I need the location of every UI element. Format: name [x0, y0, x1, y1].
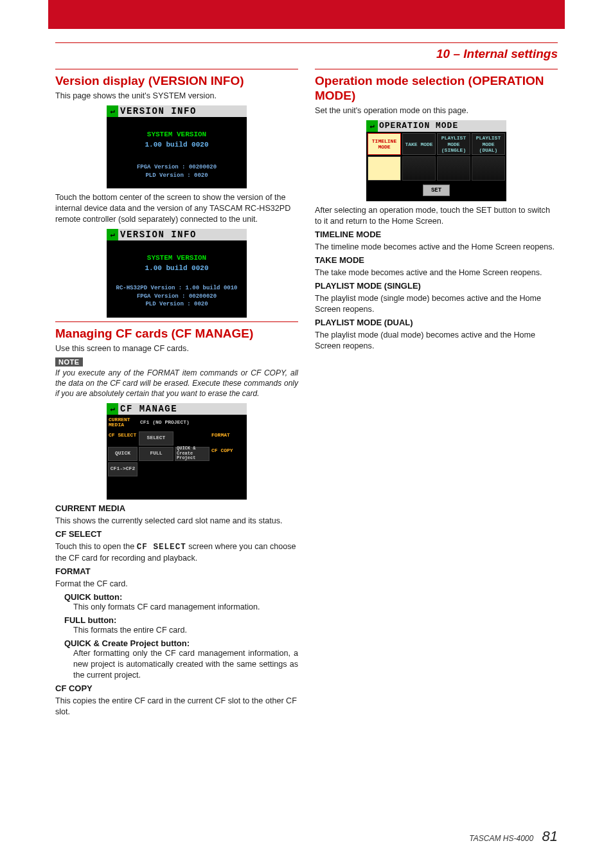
figure-padding — [107, 478, 247, 500]
red-header-bar — [48, 0, 565, 29]
pld-version: PLD Version : 0020 — [107, 300, 247, 309]
set-button-row: SET — [366, 182, 506, 201]
system-version-value: 1.00 build 0020 — [107, 264, 247, 274]
back-icon[interactable]: ↵ — [107, 105, 118, 117]
system-version-label: SYSTEM VERSION — [107, 130, 247, 140]
figure-operation-mode: ↵ OPERATION MODE TIMELINE MODE TAKE MODE… — [366, 120, 506, 201]
section-version-info: Version display (VERSION INFO) This page… — [55, 69, 298, 318]
heading-cf-select: CF SELECT — [55, 529, 298, 539]
figure-cf-manage: ↵ CF MANAGE CURRENT MEDIA CF1 (NO PROJEC… — [107, 403, 247, 500]
heading-format: FORMAT — [55, 566, 298, 576]
figure-body: SYSTEM VERSION 1.00 build 0020 RC-HS32PD… — [107, 240, 247, 318]
section-rule — [55, 321, 298, 322]
playlist-single-button[interactable]: PLAYLIST MODE (SINGLE) — [437, 133, 470, 155]
full-button[interactable]: FULL — [139, 447, 173, 461]
quick-create-button[interactable]: QUICK & Create Project — [175, 447, 209, 461]
page-footer: TASCAM HS-4000 81 — [469, 828, 558, 845]
timeline-mode-desc: The timeline mode becomes active and the… — [315, 242, 558, 253]
take-thumbnail[interactable] — [402, 156, 436, 181]
system-version-value: 1.00 build 0020 — [107, 140, 247, 150]
timeline-thumbnail[interactable] — [368, 156, 401, 181]
cf-select-desc: Touch this to open the CF SELECT screen … — [55, 541, 298, 564]
playlist-single-label-b: (SINGLE) — [438, 147, 470, 154]
quick-desc: This only formats CF card management inf… — [73, 602, 298, 613]
note-body: If you execute any of the FORMAT item co… — [55, 368, 298, 399]
heading-timeline-mode: TIMELINE MODE — [315, 230, 558, 239]
chapter-rule — [55, 42, 558, 43]
timeline-mode-button[interactable]: TIMELINE MODE — [368, 133, 401, 155]
figure-version-info-1: ↵ VERSION INFO SYSTEM VERSION 1.00 build… — [107, 105, 247, 188]
system-version-label: SYSTEM VERSION — [107, 253, 247, 264]
cf-select-label: CF SELECT — [108, 431, 138, 446]
cf-copy-button[interactable]: CF1->CF2 — [108, 462, 138, 476]
playlist-dual-button[interactable]: PLAYLIST MODE (DUAL) — [472, 133, 505, 155]
fpga-version: FPGA Version : 00200020 — [107, 163, 247, 172]
cf-select-desc-a: Touch this to open the — [55, 542, 137, 551]
figure-title-text: CF MANAGE — [118, 403, 247, 415]
section-rule — [55, 69, 298, 69]
chapter-title: 10 – Internal settings — [55, 47, 558, 61]
heading-playlist-dual: PLAYLIST MODE (DUAL) — [315, 318, 558, 327]
playlist-single-desc: The playlist mode (single mode) becomes … — [315, 293, 558, 315]
cf-select-code: CF SELECT — [137, 543, 186, 552]
figure-titlebar: ↵ CF MANAGE — [107, 403, 247, 415]
operation-intro: Set the unit's operation mode on this pa… — [315, 105, 558, 116]
section-operation-mode: Operation mode selection (OPERATION MODE… — [315, 69, 558, 352]
full-desc: This formats the entire CF card. — [73, 625, 298, 636]
section-rule — [315, 69, 558, 69]
mode-button-row: TIMELINE MODE TAKE MODE PLAYLIST MODE (S… — [366, 132, 506, 156]
version-para2: Touch the bottom center of the screen to… — [55, 192, 298, 225]
playlist-dual-desc: The playlist mode (dual mode) becomes ac… — [315, 330, 558, 352]
version-intro: This page shows the unit's SYSTEM versio… — [55, 91, 298, 102]
note-label: NOTE — [55, 357, 83, 366]
set-button[interactable]: SET — [423, 185, 450, 196]
cf-copy-label: CF COPY — [211, 447, 245, 461]
playlist-dual-thumbnail[interactable] — [472, 156, 505, 181]
page-content: 10 – Internal settings Version display (… — [55, 42, 558, 845]
heading-playlist-single: PLAYLIST MODE (SINGLE) — [315, 281, 558, 291]
figure-titlebar: ↵ VERSION INFO — [107, 229, 247, 240]
take-mode-label: TAKE MODE — [403, 141, 435, 148]
playlist-single-label-a: PLAYLIST MODE — [438, 135, 470, 147]
back-icon[interactable]: ↵ — [366, 120, 378, 132]
timeline-mode-label: TIMELINE MODE — [368, 138, 400, 150]
footer-page-number: 81 — [542, 828, 558, 844]
section-cf-manage: Managing CF cards (CF MANAGE) Use this s… — [55, 321, 298, 718]
rc-version: RC-HS32PD Version : 1.00 build 0010 — [107, 284, 247, 293]
quick-create-desc: After formatting only the CF card manage… — [73, 648, 298, 681]
cf-copy-desc: This copies the entire CF card in the cu… — [55, 696, 298, 718]
heading-quick-button: QUICK button: — [64, 592, 298, 602]
figure-version-info-2: ↵ VERSION INFO SYSTEM VERSION 1.00 build… — [107, 229, 247, 318]
quick-button[interactable]: QUICK — [108, 447, 138, 461]
heading-current-media: CURRENT MEDIA — [55, 503, 298, 513]
back-icon[interactable]: ↵ — [107, 403, 118, 415]
heading-version-info: Version display (VERSION INFO) — [55, 73, 298, 88]
heading-operation-mode: Operation mode selection (OPERATION MODE… — [315, 73, 558, 103]
figure-titlebar: ↵ OPERATION MODE — [366, 120, 506, 132]
cf-intro: Use this screen to manage CF cards. — [55, 343, 298, 354]
heading-quick-create-button: QUICK & Create Project button: — [64, 638, 298, 648]
empty-cell — [139, 462, 173, 476]
figure-title-text: VERSION INFO — [118, 105, 247, 117]
empty-cell — [175, 431, 209, 446]
playlist-dual-label-b: (DUAL) — [472, 147, 504, 154]
back-icon[interactable]: ↵ — [107, 229, 118, 240]
format-desc: Format the CF card. — [55, 579, 298, 590]
figure-body: SYSTEM VERSION 1.00 build 0020 FPGA Vers… — [107, 117, 247, 188]
footer-model: TASCAM HS-4000 — [469, 834, 533, 843]
take-mode-desc: The take mode becomes active and the Hom… — [315, 267, 558, 278]
two-column-body: Version display (VERSION INFO) This page… — [55, 68, 558, 800]
current-media-value: CF1 (NO PROJECT) — [139, 416, 245, 430]
fpga-version: FPGA Version : 00200020 — [107, 293, 247, 301]
format-label: FORMAT — [211, 431, 245, 446]
figure-title-text: VERSION INFO — [118, 229, 247, 240]
select-button[interactable]: SELECT — [139, 431, 173, 446]
mode-thumbnail-row — [366, 156, 506, 182]
heading-full-button: FULL button: — [64, 615, 298, 625]
pld-version: PLD Version : 0020 — [107, 172, 247, 180]
operation-after-select: After selecting an operation mode, touch… — [315, 205, 558, 227]
playlist-single-thumbnail[interactable] — [437, 156, 470, 181]
cf-grid: CURRENT MEDIA CF1 (NO PROJECT) CF SELECT… — [107, 415, 247, 478]
take-mode-button[interactable]: TAKE MODE — [402, 133, 436, 155]
heading-cf-copy: CF COPY — [55, 683, 298, 693]
